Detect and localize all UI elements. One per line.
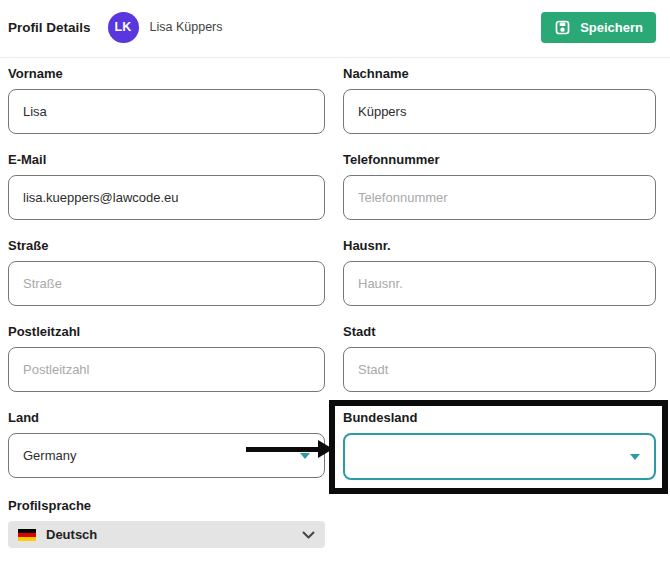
empty-cell [343,498,656,548]
nachname-input[interactable] [343,89,656,134]
hausnr-label: Hausnr. [343,238,656,253]
field-vorname: Vorname [8,66,325,134]
land-select[interactable]: Germany [8,433,325,478]
save-button[interactable]: Speichern [541,12,656,43]
bundesland-label: Bundesland [343,410,656,425]
annotation-highlight-box: Bundesland [329,400,668,494]
field-strasse: Straße [8,238,325,306]
telefonnummer-label: Telefonnummer [343,152,656,167]
chevron-down-icon [302,531,315,539]
stadt-label: Stadt [343,324,656,339]
profile-form: Vorname Nachname E-Mail Telefonnummer St… [0,58,670,548]
page-title: Profil Details [8,20,91,35]
field-bundesland: Bundesland [343,410,656,480]
field-nachname: Nachname [343,66,656,134]
email-input[interactable] [8,175,325,220]
field-profilsprache: Profilsprache Deutsch [8,498,325,548]
header: Profil Details LK Lisa Küppers Speichern [0,0,670,48]
field-telefonnummer: Telefonnummer [343,152,656,220]
caret-down-icon [630,454,640,460]
field-stadt: Stadt [343,324,656,392]
vorname-input[interactable] [8,89,325,134]
land-label: Land [8,410,325,425]
user-name: Lisa Küppers [150,20,223,34]
avatar[interactable]: LK [108,12,139,43]
profilsprache-value: Deutsch [46,527,97,542]
postleitzahl-label: Postleitzahl [8,324,325,339]
hausnr-input[interactable] [343,261,656,306]
vorname-label: Vorname [8,66,325,81]
field-hausnr: Hausnr. [343,238,656,306]
postleitzahl-input[interactable] [8,347,325,392]
strasse-label: Straße [8,238,325,253]
profilsprache-select[interactable]: Deutsch [8,521,325,548]
field-email: E-Mail [8,152,325,220]
flag-germany-icon [18,529,36,541]
field-postleitzahl: Postleitzahl [8,324,325,392]
save-floppy-icon [554,19,571,36]
land-select-value: Germany [23,448,76,463]
field-land: Land Germany [8,410,325,480]
stadt-input[interactable] [343,347,656,392]
bundesland-select[interactable] [343,433,656,480]
save-button-label: Speichern [580,20,643,35]
telefonnummer-input[interactable] [343,175,656,220]
nachname-label: Nachname [343,66,656,81]
strasse-input[interactable] [8,261,325,306]
profilsprache-label: Profilsprache [8,498,325,513]
email-label: E-Mail [8,152,325,167]
caret-down-icon [300,453,310,459]
